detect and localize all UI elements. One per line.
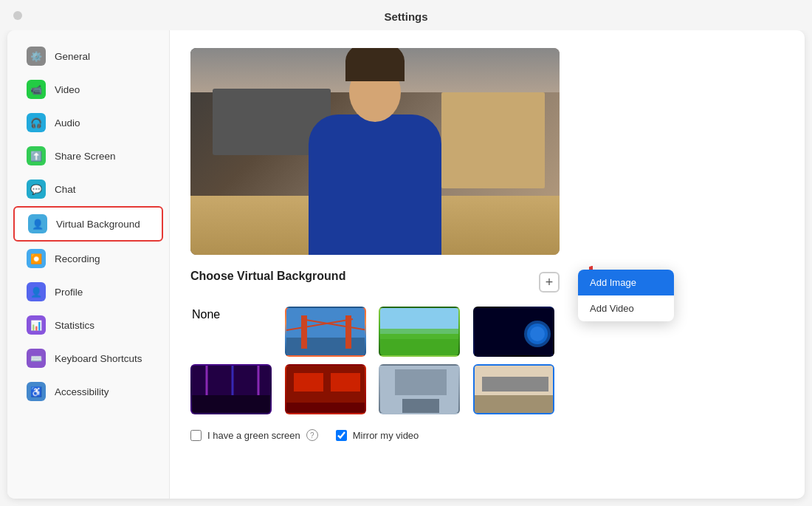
bg-item-stage[interactable] xyxy=(190,364,272,414)
svg-rect-14 xyxy=(192,395,272,414)
sidebar-item-audio[interactable]: 🎧Audio xyxy=(13,106,163,139)
preview-shelf xyxy=(441,92,545,188)
svg-rect-8 xyxy=(380,329,460,339)
sidebar-item-general[interactable]: ⚙️General xyxy=(13,40,163,72)
bg-item-green-field[interactable] xyxy=(379,307,460,357)
preview-person-body xyxy=(309,114,441,255)
add-dropdown-menu: Add ImageAdd Video xyxy=(578,270,674,321)
dropdown-add-image[interactable]: Add Image xyxy=(578,270,674,295)
green-screen-checkbox[interactable] xyxy=(190,430,202,441)
content-area: Choose Virtual Background + None Add Ima… xyxy=(170,30,805,499)
section-title: Choose Virtual Background xyxy=(190,270,345,283)
svg-rect-1 xyxy=(286,338,366,357)
sidebar-label-video: Video xyxy=(55,84,80,95)
sidebar-item-recording[interactable]: ⏺️Recording xyxy=(13,242,163,275)
virtual-background-preview xyxy=(190,48,560,255)
dropdown-add-video[interactable]: Add Video xyxy=(578,295,674,321)
svg-rect-23 xyxy=(395,369,447,395)
svg-rect-21 xyxy=(286,403,366,414)
sidebar-item-share-screen[interactable]: ⬆️Share Screen xyxy=(13,140,163,172)
general-icon: ⚙️ xyxy=(27,47,46,66)
svg-rect-20 xyxy=(331,373,360,392)
background-grid: None xyxy=(190,307,560,414)
sidebar-label-statistics: Statistics xyxy=(55,320,94,331)
sidebar: ⚙️General📹Video🎧Audio⬆️Share Screen💬Chat… xyxy=(7,30,170,499)
svg-rect-28 xyxy=(482,377,548,392)
page-title: Settings xyxy=(0,10,812,23)
green-screen-label: I have a green screen xyxy=(207,430,300,441)
bg-item-space[interactable] xyxy=(473,307,554,357)
sidebar-label-general: General xyxy=(55,51,90,62)
green-screen-help-icon[interactable]: ? xyxy=(306,429,318,441)
sidebar-label-virtual-background: Virtual Background xyxy=(56,219,140,230)
bg-item-conference[interactable] xyxy=(473,364,554,414)
sidebar-item-statistics[interactable]: 📊Statistics xyxy=(13,309,163,341)
sidebar-label-keyboard-shortcuts: Keyboard Shortcuts xyxy=(55,353,142,364)
share-screen-icon: ⬆️ xyxy=(27,146,46,165)
title-bar: Settings xyxy=(0,0,812,30)
sidebar-item-accessibility[interactable]: ♿Accessibility xyxy=(13,375,163,408)
sidebar-label-accessibility: Accessibility xyxy=(55,386,109,397)
audio-icon: 🎧 xyxy=(27,113,46,132)
svg-rect-27 xyxy=(475,395,554,414)
accessibility-icon: ♿ xyxy=(27,382,46,401)
add-background-button[interactable]: + xyxy=(539,272,560,293)
keyboard-shortcuts-icon: ⌨️ xyxy=(27,349,46,368)
svg-point-12 xyxy=(530,326,545,341)
main-container: ⚙️General📹Video🎧Audio⬆️Share Screen💬Chat… xyxy=(7,30,805,499)
virtual-background-icon: 👤 xyxy=(28,214,47,233)
sidebar-item-virtual-background[interactable]: 👤Virtual Background xyxy=(13,206,163,242)
sidebar-label-chat: Chat xyxy=(55,184,76,195)
sidebar-item-profile[interactable]: 👤Profile xyxy=(13,276,163,308)
video-icon: 📹 xyxy=(27,80,46,99)
sidebar-item-chat[interactable]: 💬Chat xyxy=(13,173,163,205)
svg-rect-24 xyxy=(402,399,439,414)
chat-icon: 💬 xyxy=(27,180,46,199)
sidebar-label-share-screen: Share Screen xyxy=(55,151,116,162)
mirror-video-checkbox[interactable] xyxy=(336,430,347,441)
recording-icon: ⏺️ xyxy=(27,249,46,268)
profile-icon: 👤 xyxy=(27,282,46,301)
green-screen-option: I have a green screen ? xyxy=(190,429,318,441)
sidebar-label-profile: Profile xyxy=(55,287,83,298)
bg-item-studio[interactable] xyxy=(285,364,366,414)
preview-person-hair xyxy=(345,48,405,81)
footer-options: I have a green screen ? Mirror my video xyxy=(190,429,784,441)
traffic-light xyxy=(13,11,22,20)
bg-item-indoor[interactable] xyxy=(379,364,460,414)
bg-item-golden-gate[interactable] xyxy=(285,307,366,357)
mirror-video-label: Mirror my video xyxy=(353,430,419,441)
sidebar-item-video[interactable]: 📹Video xyxy=(13,73,163,106)
statistics-icon: 📊 xyxy=(27,315,46,335)
sidebar-label-audio: Audio xyxy=(55,117,80,129)
svg-rect-19 xyxy=(294,373,323,392)
bg-item-none[interactable]: None xyxy=(190,307,272,357)
mirror-video-option: Mirror my video xyxy=(336,430,419,441)
sidebar-label-recording: Recording xyxy=(55,253,100,264)
sidebar-item-keyboard-shortcuts[interactable]: ⌨️Keyboard Shortcuts xyxy=(13,342,163,375)
